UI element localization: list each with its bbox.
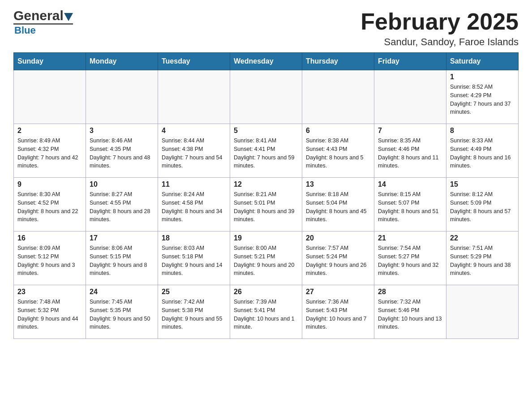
calendar-cell: 20Sunrise: 7:57 AMSunset: 5:24 PMDayligh… [302, 231, 374, 285]
calendar-table: SundayMondayTuesdayWednesdayThursdayFrid… [13, 52, 519, 339]
day-number: 21 [378, 234, 442, 242]
logo-row1: General [13, 9, 73, 22]
day-info: Sunrise: 8:00 AMSunset: 5:21 PMDaylight:… [234, 244, 298, 278]
day-info: Sunrise: 8:15 AMSunset: 5:07 PMDaylight:… [378, 190, 442, 224]
day-header-wednesday: Wednesday [230, 53, 302, 70]
day-header-monday: Monday [86, 53, 158, 70]
day-number: 23 [17, 288, 82, 296]
calendar-cell: 16Sunrise: 8:09 AMSunset: 5:12 PMDayligh… [14, 231, 86, 285]
calendar-cell: 22Sunrise: 7:51 AMSunset: 5:29 PMDayligh… [446, 231, 519, 285]
calendar-week-row: 23Sunrise: 7:48 AMSunset: 5:32 PMDayligh… [14, 285, 519, 339]
day-number: 25 [162, 288, 226, 296]
day-header-thursday: Thursday [302, 53, 374, 70]
day-number: 15 [450, 180, 515, 188]
day-number: 2 [17, 127, 82, 135]
day-number: 6 [306, 127, 370, 135]
day-info: Sunrise: 8:03 AMSunset: 5:18 PMDaylight:… [162, 244, 226, 278]
calendar-cell: 4Sunrise: 8:44 AMSunset: 4:38 PMDaylight… [158, 124, 230, 178]
day-number: 18 [162, 234, 226, 242]
calendar-cell [14, 70, 86, 124]
day-number: 4 [162, 127, 226, 135]
day-number: 19 [234, 234, 298, 242]
day-number: 26 [234, 288, 298, 296]
calendar-cell [86, 70, 158, 124]
calendar-cell: 6Sunrise: 8:38 AMSunset: 4:43 PMDaylight… [302, 124, 374, 178]
calendar-cell: 27Sunrise: 7:36 AMSunset: 5:43 PMDayligh… [302, 285, 374, 339]
day-number: 27 [306, 288, 370, 296]
day-info: Sunrise: 7:42 AMSunset: 5:38 PMDaylight:… [162, 298, 226, 331]
calendar-cell [302, 70, 374, 124]
calendar-cell: 2Sunrise: 8:49 AMSunset: 4:32 PMDaylight… [14, 124, 86, 178]
day-info: Sunrise: 8:27 AMSunset: 4:55 PMDaylight:… [90, 190, 154, 224]
calendar-cell: 13Sunrise: 8:18 AMSunset: 5:04 PMDayligh… [302, 178, 374, 231]
day-number: 3 [90, 127, 154, 135]
calendar-week-row: 9Sunrise: 8:30 AMSunset: 4:52 PMDaylight… [14, 178, 519, 231]
day-info: Sunrise: 8:30 AMSunset: 4:52 PMDaylight:… [17, 190, 82, 224]
day-number: 13 [306, 180, 370, 188]
calendar-cell [446, 285, 519, 339]
day-info: Sunrise: 7:39 AMSunset: 5:41 PMDaylight:… [234, 298, 298, 331]
calendar-cell: 1Sunrise: 8:52 AMSunset: 4:29 PMDaylight… [446, 70, 519, 124]
calendar-cell: 10Sunrise: 8:27 AMSunset: 4:55 PMDayligh… [86, 178, 158, 231]
day-number: 20 [306, 234, 370, 242]
day-info: Sunrise: 8:35 AMSunset: 4:46 PMDaylight:… [378, 137, 442, 170]
day-info: Sunrise: 8:49 AMSunset: 4:32 PMDaylight:… [17, 137, 82, 170]
day-number: 28 [378, 288, 442, 296]
day-number: 14 [378, 180, 442, 188]
calendar-cell: 8Sunrise: 8:33 AMSunset: 4:49 PMDaylight… [446, 124, 519, 178]
day-number: 12 [234, 180, 298, 188]
calendar-cell: 26Sunrise: 7:39 AMSunset: 5:41 PMDayligh… [230, 285, 302, 339]
calendar-cell: 3Sunrise: 8:46 AMSunset: 4:35 PMDaylight… [86, 124, 158, 178]
day-info: Sunrise: 7:57 AMSunset: 5:24 PMDaylight:… [306, 244, 370, 278]
calendar-cell [374, 70, 446, 124]
day-header-tuesday: Tuesday [158, 53, 230, 70]
calendar-cell [158, 70, 230, 124]
day-header-saturday: Saturday [446, 53, 519, 70]
day-number: 11 [162, 180, 226, 188]
day-info: Sunrise: 7:54 AMSunset: 5:27 PMDaylight:… [378, 244, 442, 278]
day-number: 7 [378, 127, 442, 135]
day-number: 5 [234, 127, 298, 135]
calendar-cell: 28Sunrise: 7:32 AMSunset: 5:46 PMDayligh… [374, 285, 446, 339]
page-header: General Blue February 2025 Sandur, Sando… [13, 9, 519, 48]
day-number: 24 [90, 288, 154, 296]
day-info: Sunrise: 8:24 AMSunset: 4:58 PMDaylight:… [162, 190, 226, 224]
calendar-cell: 21Sunrise: 7:54 AMSunset: 5:27 PMDayligh… [374, 231, 446, 285]
logo-general-text: General [13, 9, 64, 22]
calendar-cell: 7Sunrise: 8:35 AMSunset: 4:46 PMDaylight… [374, 124, 446, 178]
calendar-cell: 15Sunrise: 8:12 AMSunset: 5:09 PMDayligh… [446, 178, 519, 231]
calendar-week-row: 2Sunrise: 8:49 AMSunset: 4:32 PMDaylight… [14, 124, 519, 178]
day-number: 22 [450, 234, 515, 242]
day-header-friday: Friday [374, 53, 446, 70]
day-header-sunday: Sunday [14, 53, 86, 70]
day-info: Sunrise: 7:32 AMSunset: 5:46 PMDaylight:… [378, 298, 442, 331]
day-number: 1 [450, 73, 515, 81]
day-info: Sunrise: 7:51 AMSunset: 5:29 PMDaylight:… [450, 244, 515, 278]
day-info: Sunrise: 7:48 AMSunset: 5:32 PMDaylight:… [17, 298, 82, 331]
calendar-cell: 9Sunrise: 8:30 AMSunset: 4:52 PMDaylight… [14, 178, 86, 231]
calendar-cell: 19Sunrise: 8:00 AMSunset: 5:21 PMDayligh… [230, 231, 302, 285]
calendar-cell: 5Sunrise: 8:41 AMSunset: 4:41 PMDaylight… [230, 124, 302, 178]
logo-arrow-icon [64, 13, 73, 21]
calendar-cell: 18Sunrise: 8:03 AMSunset: 5:18 PMDayligh… [158, 231, 230, 285]
calendar-cell: 24Sunrise: 7:45 AMSunset: 5:35 PMDayligh… [86, 285, 158, 339]
day-info: Sunrise: 8:06 AMSunset: 5:15 PMDaylight:… [90, 244, 154, 278]
day-info: Sunrise: 7:36 AMSunset: 5:43 PMDaylight:… [306, 298, 370, 331]
day-info: Sunrise: 8:38 AMSunset: 4:43 PMDaylight:… [306, 137, 370, 170]
day-info: Sunrise: 8:12 AMSunset: 5:09 PMDaylight:… [450, 190, 515, 224]
logo: General Blue [13, 9, 73, 36]
day-number: 9 [17, 180, 82, 188]
calendar-cell: 17Sunrise: 8:06 AMSunset: 5:15 PMDayligh… [86, 231, 158, 285]
calendar-cell: 25Sunrise: 7:42 AMSunset: 5:38 PMDayligh… [158, 285, 230, 339]
day-number: 17 [90, 234, 154, 242]
title-section: February 2025 Sandur, Sandoy, Faroe Isla… [360, 9, 519, 48]
day-number: 10 [90, 180, 154, 188]
calendar-cell: 12Sunrise: 8:21 AMSunset: 5:01 PMDayligh… [230, 178, 302, 231]
location-title: Sandur, Sandoy, Faroe Islands [360, 36, 519, 48]
calendar-header-row: SundayMondayTuesdayWednesdayThursdayFrid… [14, 53, 519, 70]
calendar-week-row: 16Sunrise: 8:09 AMSunset: 5:12 PMDayligh… [14, 231, 519, 285]
day-info: Sunrise: 8:52 AMSunset: 4:29 PMDaylight:… [450, 83, 515, 116]
day-info: Sunrise: 8:41 AMSunset: 4:41 PMDaylight:… [234, 137, 298, 170]
day-number: 16 [17, 234, 82, 242]
day-info: Sunrise: 8:21 AMSunset: 5:01 PMDaylight:… [234, 190, 298, 224]
